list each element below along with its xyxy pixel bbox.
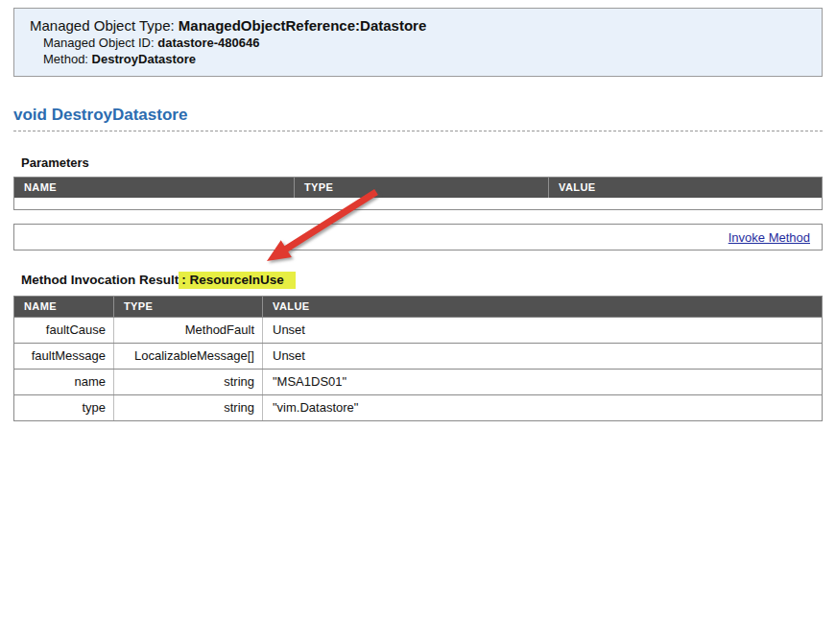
mob-page: Managed Object Type: ManagedObjectRefere… (0, 0, 836, 644)
parameters-empty-row (14, 198, 822, 209)
row-value: Unset (262, 318, 822, 343)
parameters-table: NAME TYPE VALUE (13, 177, 823, 210)
table-row: faultCause MethodFault Unset (14, 317, 822, 343)
method-line: Method: DestroyDatastore (30, 51, 806, 67)
parameters-col-name: NAME (14, 178, 294, 198)
result-col-name: NAME (14, 297, 113, 317)
method-label: Method: (43, 52, 88, 66)
invoke-method-link[interactable]: Invoke Method (729, 230, 810, 245)
parameters-col-type: TYPE (294, 178, 548, 198)
result-highlighted-value: : ResourceInUse (179, 272, 296, 289)
parameters-title: Parameters (21, 155, 823, 171)
invoke-method-box: Invoke Method (13, 224, 823, 250)
result-col-type: TYPE (113, 297, 262, 317)
row-name: name (14, 370, 113, 394)
method-invocation-result-line: Method Invocation Result: ResourceInUse (21, 271, 823, 289)
table-row: type string "vim.Datastore" (14, 394, 822, 420)
method-signature-heading: void DestroyDatastore (13, 105, 823, 131)
result-col-value: VALUE (262, 297, 822, 317)
row-name: faultCause (14, 318, 113, 343)
row-name: faultMessage (14, 344, 113, 369)
row-value: "MSA1DS01" (262, 370, 822, 394)
managed-object-id-value: datastore-480646 (157, 36, 259, 50)
managed-object-header: Managed Object Type: ManagedObjectRefere… (13, 8, 823, 77)
managed-object-type-value: ManagedObjectReference:Datastore (179, 17, 426, 34)
row-type: MethodFault (113, 318, 262, 343)
table-row: name string "MSA1DS01" (14, 369, 822, 394)
row-name: type (14, 395, 113, 420)
managed-object-id-label: Managed Object ID: (43, 36, 155, 50)
row-type: LocalizableMessage[] (113, 344, 262, 369)
managed-object-type-label: Managed Object Type: (30, 17, 175, 34)
result-table: NAME TYPE VALUE faultCause MethodFault U… (13, 296, 823, 421)
row-value: "vim.Datastore" (262, 395, 822, 420)
managed-object-id-line: Managed Object ID: datastore-480646 (30, 35, 806, 51)
parameters-table-header: NAME TYPE VALUE (14, 178, 822, 198)
parameters-col-value: VALUE (548, 178, 822, 198)
row-type: string (113, 395, 262, 420)
table-row: faultMessage LocalizableMessage[] Unset (14, 343, 822, 369)
row-value: Unset (262, 344, 822, 369)
result-table-header: NAME TYPE VALUE (14, 297, 822, 317)
result-label: Method Invocation Result (21, 273, 179, 287)
managed-object-type-line: Managed Object Type: ManagedObjectRefere… (30, 16, 806, 35)
row-type: string (113, 370, 262, 394)
method-value: DestroyDatastore (92, 52, 196, 66)
